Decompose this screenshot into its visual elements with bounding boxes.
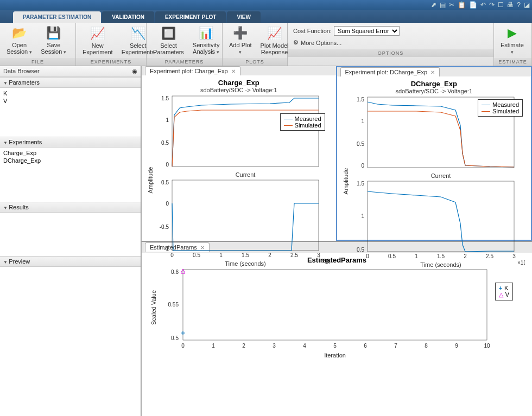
legend: Measured Simulated — [478, 99, 523, 117]
play-icon: ▶ — [504, 25, 520, 41]
close-icon[interactable]: ✕ — [430, 69, 435, 75]
chart-subtitle: sdoBattery/SOC -> Voltage:1 — [145, 87, 333, 93]
titlebar-icon[interactable]: ☐ — [498, 1, 504, 9]
main-tabbar: PARAMETER ESTIMATION VALIDATION EXPERIME… — [0, 10, 532, 23]
new-experiment-icon: 📈 — [90, 26, 105, 41]
svg-text:2: 2 — [242, 343, 245, 349]
pane-preview-header[interactable]: Preview — [0, 256, 141, 267]
estimated-params-panel: EstimatedParams✕ EstimatedParams 0.5 0.5… — [141, 241, 532, 417]
close-icon[interactable]: ✕ — [231, 68, 236, 74]
ribbon-group-label: FILE — [0, 58, 75, 66]
svg-text:4: 4 — [303, 343, 306, 349]
charge-plot-panel: Experiment plot: Charge_Exp✕ Charge_Exp … — [141, 66, 336, 241]
chart-title: DCharge_Exp — [340, 80, 528, 88]
svg-text:-1: -1 — [164, 246, 169, 252]
estimate-button[interactable]: ▶ Estimate▾ — [498, 24, 526, 56]
tab-view[interactable]: VIEW — [227, 11, 261, 23]
plot-model-response-button[interactable]: 📈 Plot Model Response — [258, 25, 291, 56]
titlebar-icon[interactable]: ↶ — [480, 1, 486, 9]
svg-text:1.5: 1.5 — [161, 95, 169, 101]
collapse-icon[interactable]: ◉ — [132, 68, 137, 75]
data-browser: Data Browser◉ Parameters K V Experiments… — [0, 66, 141, 416]
svg-text:8: 8 — [425, 343, 428, 349]
legend: +K △V — [495, 283, 513, 300]
list-item[interactable]: Charge_Exp — [3, 149, 137, 157]
svg-text:1: 1 — [361, 118, 364, 124]
save-session-button[interactable]: 💾 Save Session ▾ — [39, 24, 68, 56]
svg-text:0.5: 0.5 — [171, 335, 179, 341]
list-item[interactable]: V — [3, 97, 137, 105]
new-experiment-button[interactable]: 📈 New Experiment — [80, 25, 115, 56]
svg-text:5: 5 — [333, 343, 337, 349]
svg-rect-27 — [368, 181, 514, 252]
pane-parameters-body: K V — [0, 88, 141, 137]
legend: Measured Simulated — [280, 113, 325, 131]
tab-experiment-plot[interactable]: EXPERIMENT PLOT — [155, 11, 226, 23]
svg-text:Amplitude: Amplitude — [343, 168, 349, 195]
svg-text:0: 0 — [181, 343, 185, 349]
plot-tab-dcharge[interactable]: Experiment plot: DCharge_Exp✕ — [340, 67, 440, 76]
svg-text:Current: Current — [236, 171, 256, 178]
svg-text:Current: Current — [430, 172, 451, 179]
svg-text:1.5: 1.5 — [357, 181, 364, 187]
pane-results-header[interactable]: Results — [0, 202, 141, 213]
data-browser-title: Data Browser — [3, 68, 40, 75]
list-item[interactable]: K — [3, 89, 137, 97]
svg-text:9: 9 — [455, 343, 458, 349]
svg-text:-0.5: -0.5 — [160, 224, 169, 230]
titlebar-icon[interactable]: ⬈ — [431, 1, 436, 9]
pane-preview-body — [0, 267, 141, 416]
add-plot-button[interactable]: ➕ Add Plot▾ — [227, 24, 254, 56]
select-parameters-button[interactable]: 🔲 Select Parameters — [151, 25, 186, 56]
ribbon: 📂 Open Session ▾ 💾 Save Session ▾ FILE 📈… — [0, 23, 532, 66]
svg-text:0.5: 0.5 — [357, 247, 364, 253]
params-chart-svg: 0.5 0.55 0.6 0 1 2 3 4 5 6 7 — [145, 264, 525, 362]
titlebar-icon[interactable]: 📋 — [458, 1, 466, 9]
svg-text:Iteration: Iteration — [324, 352, 346, 359]
sensitivity-icon: 📊 — [199, 25, 214, 41]
cost-function-label: Cost Function: — [293, 28, 332, 34]
titlebar-icon[interactable]: ✂ — [449, 1, 454, 9]
titlebar-icon[interactable]: ↷ — [489, 1, 495, 9]
pane-parameters-header[interactable]: Parameters — [0, 77, 141, 88]
chart-title: Charge_Exp — [145, 79, 333, 87]
svg-text:1: 1 — [166, 117, 169, 123]
tab-validation[interactable]: VALIDATION — [102, 11, 154, 23]
titlebar-icon[interactable]: 🖶 — [507, 1, 514, 9]
svg-text:6: 6 — [364, 343, 367, 349]
svg-text:0: 0 — [166, 162, 169, 168]
svg-rect-6 — [172, 180, 319, 251]
add-plot-icon: ➕ — [233, 25, 248, 41]
sensitivity-analysis-button[interactable]: 📊 Sensitivity Analysis ▾ — [191, 24, 222, 56]
dcharge-chart-svg: 0 0.5 1 1.5 Current 0.5 1 1.5 — [340, 94, 525, 273]
svg-rect-0 — [172, 96, 319, 167]
titlebar-icon[interactable]: ▤ — [440, 1, 446, 9]
tab-parameter-estimation[interactable]: PARAMETER ESTIMATION — [13, 11, 101, 23]
pane-experiments-header[interactable]: Experiments — [0, 137, 141, 148]
svg-text:0.5: 0.5 — [161, 180, 169, 185]
pane-experiments-body: Charge_Exp DCharge_Exp — [0, 148, 141, 202]
chart-title: EstimatedParams — [145, 256, 529, 264]
svg-text:0: 0 — [166, 201, 169, 207]
more-options-button[interactable]: ⚙ More Options... — [293, 39, 488, 46]
titlebar-icon[interactable]: 📄 — [469, 1, 477, 9]
svg-text:0.6: 0.6 — [171, 269, 179, 275]
svg-text:3: 3 — [273, 343, 276, 349]
plot-tab-charge[interactable]: Experiment plot: Charge_Exp✕ — [145, 66, 240, 75]
cost-function-select[interactable]: Sum Squared Error — [334, 26, 400, 36]
svg-text:Scaled Value: Scaled Value — [150, 290, 157, 324]
ribbon-group-label: EXPERIMENTS — [76, 58, 146, 66]
titlebar: ⬈ ▤ ✂ 📋 📄 ↶ ↷ ☐ 🖶 ? ◪ — [0, 0, 532, 10]
ribbon-group-label: PLOTS — [223, 58, 287, 66]
svg-text:1.5: 1.5 — [357, 97, 364, 103]
svg-text:1: 1 — [361, 213, 364, 219]
open-session-button[interactable]: 📂 Open Session ▾ — [4, 24, 34, 56]
plot-area: Experiment plot: Charge_Exp✕ Charge_Exp … — [141, 66, 532, 416]
list-item[interactable]: DCharge_Exp — [3, 157, 137, 164]
chart-subtitle: sdoBattery/SOC -> Voltage:1 — [340, 88, 528, 94]
folder-open-icon: 📂 — [12, 25, 27, 41]
collapse-icon[interactable]: ◪ — [524, 1, 530, 9]
select-experiments-icon: 📉 — [130, 26, 145, 41]
help-icon[interactable]: ? — [517, 1, 521, 9]
ribbon-group-label: ESTIMATE — [494, 58, 531, 66]
